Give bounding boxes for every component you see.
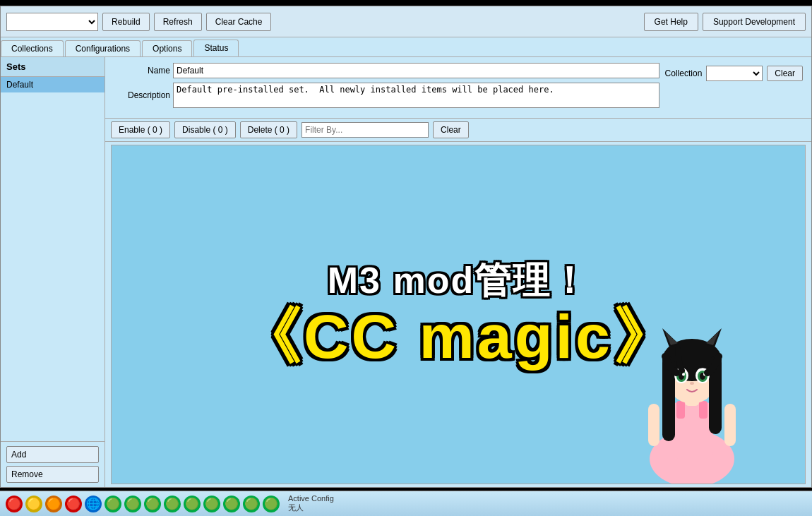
filter-clear-button[interactable]: Clear	[433, 121, 469, 138]
taskbar-icon-2[interactable]: 🟡	[25, 496, 42, 512]
right-panel: Name Description Default pre-installed s…	[105, 57, 811, 487]
enable-button[interactable]: Enable ( 0 )	[111, 121, 170, 138]
overlay-title: M3 mod管理！	[328, 262, 589, 299]
character-image	[621, 289, 763, 484]
taskbar-icon-6[interactable]: 🟢	[105, 496, 121, 512]
collection-label: Collection	[665, 68, 703, 78]
tab-status[interactable]: Status	[193, 40, 239, 56]
toolbar-right: Get Help Support Development	[644, 13, 806, 31]
toolbar: Rebuild Refresh Clear Cache Get Help Sup…	[1, 6, 811, 37]
taskbar: 🔴 🟡 🟠 🔴 🌐 🟢 🟢 🟢 🟢 🟢 🟢 🟢 🟢 🟢 Active Confi…	[0, 491, 812, 516]
taskbar-icon-4[interactable]: 🔴	[65, 496, 82, 512]
taskbar-icon-10[interactable]: 🟢	[184, 496, 201, 512]
sidebar: Sets Default Add Remove	[1, 57, 105, 487]
taskbar-icon-8[interactable]: 🟢	[144, 496, 161, 512]
delete-button[interactable]: Delete ( 0 )	[240, 121, 297, 138]
taskbar-icon-13[interactable]: 🟢	[243, 496, 260, 512]
tabs-bar: Collections Configurations Options Statu…	[1, 37, 811, 57]
app-window: Rebuild Refresh Clear Cache Get Help Sup…	[0, 6, 812, 488]
collection-dropdown[interactable]	[706, 66, 763, 81]
actions-row: Enable ( 0 ) Disable ( 0 ) Delete ( 0 ) …	[105, 119, 811, 142]
sidebar-item-default[interactable]: Default	[1, 77, 105, 92]
taskbar-icon-12[interactable]: 🟢	[223, 496, 240, 512]
name-row: Name	[114, 63, 659, 78]
support-button[interactable]: Support Development	[703, 13, 806, 31]
disable-button[interactable]: Disable ( 0 )	[174, 121, 236, 138]
desc-input[interactable]: Default pre-installed set. All newly ins…	[173, 83, 659, 108]
svg-point-21	[690, 382, 694, 385]
svg-rect-23	[724, 404, 736, 446]
collection-area: Collection Clear	[665, 63, 803, 81]
svg-rect-22	[648, 404, 659, 446]
content-area: M3 mod管理！ 《CC magic》	[111, 145, 806, 484]
sidebar-list: Default	[1, 77, 105, 441]
taskbar-icon-11[interactable]: 🟢	[203, 496, 220, 512]
tab-configurations[interactable]: Configurations	[65, 40, 141, 56]
taskbar-icon-5[interactable]: 🌐	[85, 496, 102, 512]
taskbar-icon-3[interactable]: 🟠	[45, 496, 62, 512]
svg-rect-3	[699, 401, 707, 419]
fields-section: Name Description Default pre-installed s…	[105, 57, 811, 119]
add-button[interactable]: Add	[6, 446, 99, 463]
get-help-button[interactable]: Get Help	[644, 13, 698, 31]
overlay-subtitle: 《CC magic》	[239, 306, 678, 368]
active-config-text: Active Config 无人	[288, 494, 334, 513]
filter-input[interactable]	[301, 122, 429, 138]
tab-collections[interactable]: Collections	[1, 40, 64, 56]
sidebar-header: Sets	[1, 57, 105, 77]
taskbar-icon-14[interactable]: 🟢	[263, 496, 280, 512]
sidebar-footer: Add Remove	[1, 441, 105, 487]
desc-label: Description	[114, 90, 170, 100]
rebuild-button[interactable]: Rebuild	[102, 13, 150, 31]
taskbar-icon-1[interactable]: 🔴	[6, 496, 23, 512]
clear-cache-button[interactable]: Clear Cache	[206, 13, 272, 31]
toolbar-dropdown[interactable]	[6, 13, 98, 31]
tab-options[interactable]: Options	[142, 40, 192, 56]
collection-clear-button[interactable]: Clear	[767, 66, 803, 81]
name-label: Name	[114, 66, 170, 76]
desc-row: Description Default pre-installed set. A…	[114, 83, 659, 108]
main-content: Sets Default Add Remove Name	[1, 57, 811, 487]
name-input[interactable]	[173, 63, 659, 78]
taskbar-icon-7[interactable]: 🟢	[124, 496, 141, 512]
svg-rect-2	[676, 401, 685, 419]
taskbar-icon-9[interactable]: 🟢	[164, 496, 181, 512]
refresh-button[interactable]: Refresh	[154, 13, 202, 31]
remove-button[interactable]: Remove	[6, 466, 99, 483]
